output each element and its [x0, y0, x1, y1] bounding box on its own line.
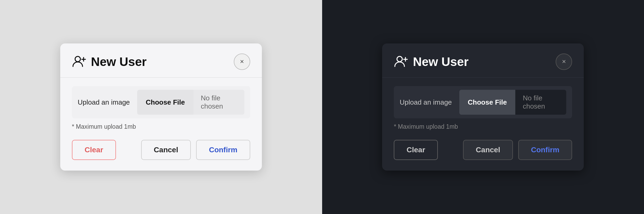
close-button-light[interactable]: ×: [234, 54, 250, 70]
cancel-button-dark[interactable]: Cancel: [463, 140, 513, 160]
light-modal: New User × Upload an image Choose File N…: [60, 43, 262, 171]
upload-note-dark: * Maximum upload 1mb: [394, 123, 572, 130]
no-file-text-light: No file chosen: [193, 90, 244, 115]
dark-modal: New User × Upload an image Choose File N…: [382, 43, 584, 171]
upload-row-dark: Upload an image Choose File No file chos…: [394, 86, 572, 118]
choose-file-button-light[interactable]: Choose File: [137, 90, 193, 115]
dark-panel: New User × Upload an image Choose File N…: [322, 0, 644, 214]
clear-button-light[interactable]: Clear: [72, 140, 116, 160]
modal-header-dark: New User ×: [394, 54, 572, 70]
add-user-icon-dark: [394, 54, 409, 69]
modal-title-dark: New User: [413, 56, 556, 68]
divider-dark: [382, 77, 584, 78]
clear-button-dark[interactable]: Clear: [394, 140, 438, 160]
file-input-wrapper-dark: Choose File No file chosen: [459, 90, 566, 115]
modal-header-light: New User ×: [72, 54, 250, 70]
modal-title-light: New User: [91, 56, 234, 68]
upload-label-light: Upload an image: [78, 98, 130, 106]
upload-note-light: * Maximum upload 1mb: [72, 123, 250, 130]
light-panel: New User × Upload an image Choose File N…: [0, 0, 322, 214]
close-button-dark[interactable]: ×: [556, 54, 572, 70]
confirm-button-dark[interactable]: Confirm: [518, 140, 572, 160]
action-row-light: Clear Cancel Confirm: [72, 140, 250, 160]
choose-file-button-dark[interactable]: Choose File: [459, 90, 515, 115]
svg-point-0: [75, 56, 80, 62]
upload-row-light: Upload an image Choose File No file chos…: [72, 86, 250, 118]
no-file-text-dark: No file chosen: [515, 90, 566, 115]
file-input-wrapper-light: Choose File No file chosen: [137, 90, 244, 115]
add-user-icon-light: [72, 54, 87, 69]
cancel-button-light[interactable]: Cancel: [141, 140, 191, 160]
upload-label-dark: Upload an image: [400, 98, 452, 106]
svg-point-3: [397, 56, 402, 62]
confirm-button-light[interactable]: Confirm: [196, 140, 250, 160]
action-row-dark: Clear Cancel Confirm: [394, 140, 572, 160]
divider-light: [60, 77, 262, 78]
